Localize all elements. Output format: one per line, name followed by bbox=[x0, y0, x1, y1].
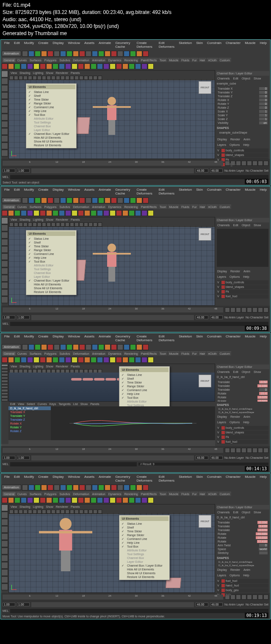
cb-tab-show[interactable]: Show bbox=[252, 223, 263, 227]
play-button[interactable] bbox=[241, 448, 246, 453]
status-icon[interactable] bbox=[130, 344, 136, 350]
shelf-tab-animation[interactable]: Animation bbox=[91, 492, 107, 496]
vp-menu-show[interactable]: Show bbox=[46, 71, 53, 74]
attr-translate[interactable]: Translate0 bbox=[217, 388, 268, 392]
tool-icon[interactable] bbox=[1, 260, 8, 267]
status-icon[interactable] bbox=[22, 197, 28, 203]
shelf-icon[interactable] bbox=[78, 210, 84, 216]
shelf-tab-rendering[interactable]: Rendering bbox=[123, 58, 139, 62]
shelf-tab-general[interactable]: General bbox=[3, 351, 16, 356]
ui-elements-menu[interactable]: UI ElementsStatus LineShelfTime SliderRa… bbox=[26, 83, 77, 148]
ui-element-channel-box[interactable]: Channel Box bbox=[120, 556, 169, 560]
shelf-icon[interactable] bbox=[141, 497, 147, 503]
menu-constrain[interactable]: Constrain bbox=[205, 187, 223, 196]
character-model[interactable] bbox=[99, 244, 124, 286]
menu-character[interactable]: Character bbox=[224, 187, 242, 196]
viewport[interactable]: ViewShadingLightingShowRendererPanels FR… bbox=[8, 364, 215, 402]
status-icon[interactable] bbox=[105, 344, 111, 350]
shelf-icon[interactable] bbox=[59, 210, 65, 216]
play-button[interactable] bbox=[252, 595, 257, 600]
range-end2[interactable] bbox=[210, 169, 223, 173]
menu-modify[interactable]: Modify bbox=[22, 334, 36, 343]
vp-menu-shading[interactable]: Shading bbox=[19, 71, 30, 74]
shelf-icon[interactable] bbox=[148, 497, 154, 503]
ui-element-tool-settings[interactable]: Tool Settings bbox=[27, 121, 75, 124]
layer-blend_shapes[interactable]: Vblend_shapes bbox=[217, 430, 268, 435]
tool-icon[interactable] bbox=[1, 289, 8, 296]
range-slider[interactable]: No Anim Layer No Character Set bbox=[1, 167, 270, 174]
shelf-tab-ncloth[interactable]: nCloth bbox=[207, 492, 218, 496]
menu-modify[interactable]: Modify bbox=[22, 41, 36, 49]
menu-file[interactable]: File bbox=[3, 474, 11, 483]
shelf-icon[interactable] bbox=[53, 210, 58, 216]
shelf-icon[interactable] bbox=[40, 497, 46, 503]
shelf-icon[interactable] bbox=[129, 497, 135, 503]
layer-menu-help[interactable]: Help bbox=[242, 420, 250, 424]
vp-menu-panels[interactable]: Panels bbox=[71, 71, 80, 74]
shelf-icon[interactable] bbox=[97, 63, 103, 69]
attr-translate[interactable]: Translate-0.354 bbox=[217, 521, 268, 524]
shelf-icon[interactable] bbox=[103, 63, 109, 69]
shelf-tab-polygons[interactable]: Polygons bbox=[43, 205, 58, 209]
attr-rotate-y[interactable]: Rotate Y0 bbox=[217, 102, 268, 106]
ui-element-command-line[interactable]: Command Line bbox=[120, 537, 169, 541]
shelf-tab-surfaces[interactable]: Surfaces bbox=[28, 492, 43, 496]
menu-assets[interactable]: Assets bbox=[83, 474, 96, 483]
status-icon[interactable] bbox=[47, 485, 53, 491]
shelf-tab-muscle[interactable]: Muscle bbox=[168, 58, 180, 62]
layer-body_controls[interactable]: Vbody_controls bbox=[217, 426, 268, 430]
shelf-icon[interactable] bbox=[91, 210, 97, 216]
tool-icon[interactable] bbox=[1, 78, 8, 85]
layer-menu-layers[interactable]: Layers bbox=[216, 573, 227, 577]
tool-icon[interactable] bbox=[1, 239, 8, 246]
vp-menu-panels[interactable]: Panels bbox=[71, 218, 80, 221]
status-icon[interactable] bbox=[92, 485, 98, 491]
status-icon[interactable] bbox=[111, 344, 117, 350]
tool-icon[interactable] bbox=[1, 383, 8, 386]
shelf-tab-subdivs[interactable]: Subdivs bbox=[58, 58, 72, 62]
status-icon[interactable] bbox=[47, 344, 53, 350]
status-icon[interactable] bbox=[98, 197, 104, 203]
attr-space[interactable]: Spaceworld bbox=[217, 547, 268, 551]
status-icon[interactable] bbox=[143, 485, 149, 491]
vp-menu-panels[interactable]: Panels bbox=[71, 365, 80, 368]
menu-help[interactable]: Help bbox=[258, 474, 268, 483]
tool-icon[interactable] bbox=[1, 367, 8, 370]
layer-hand_hud[interactable]: Vhand_hud bbox=[217, 584, 268, 588]
play-button[interactable] bbox=[236, 307, 241, 312]
attr-translate[interactable]: Translate3.439 bbox=[217, 524, 268, 528]
menu-skeleton[interactable]: Skeleton bbox=[177, 41, 194, 49]
ui-element-range-slider[interactable]: Range Slider bbox=[27, 248, 75, 252]
play-button[interactable] bbox=[252, 448, 257, 453]
menu-create[interactable]: Create bbox=[36, 187, 50, 196]
status-icon[interactable] bbox=[79, 197, 85, 203]
menu-geometry-cache[interactable]: Geometry Cache bbox=[113, 334, 134, 343]
play-button[interactable] bbox=[236, 595, 241, 600]
status-icon[interactable] bbox=[47, 197, 53, 203]
tool-icon[interactable] bbox=[1, 364, 8, 367]
tool-icon[interactable] bbox=[1, 92, 8, 99]
status-icon[interactable] bbox=[111, 197, 117, 203]
attr-scale-z[interactable]: Scale Z1 bbox=[217, 117, 268, 121]
tool-icon[interactable] bbox=[1, 519, 8, 526]
shelf-icon[interactable] bbox=[14, 210, 20, 216]
ui-element-help-line[interactable]: Help Line bbox=[27, 109, 75, 113]
shelf-tab-dynamics[interactable]: Dynamics bbox=[107, 58, 123, 62]
tool-icon[interactable] bbox=[1, 135, 8, 142]
status-icon[interactable] bbox=[47, 51, 53, 57]
shelf-icon[interactable] bbox=[110, 63, 116, 69]
shelf-icon[interactable] bbox=[129, 63, 135, 69]
layer-menu-help[interactable]: Help bbox=[242, 143, 250, 147]
shelf-tab-painteffects[interactable]: PaintEffects bbox=[140, 205, 158, 209]
shelf-icon[interactable] bbox=[97, 210, 103, 216]
menu-constrain[interactable]: Constrain bbox=[205, 474, 223, 483]
vp-menu-lighting[interactable]: Lighting bbox=[33, 365, 44, 368]
attr-rotate[interactable]: Rotate77.416 bbox=[217, 540, 268, 543]
viewport[interactable]: ViewShadingLightingShowRendererPanels FR… bbox=[8, 70, 215, 159]
ui-element-channel-box[interactable]: Channel Box bbox=[27, 124, 75, 128]
play-button[interactable] bbox=[236, 448, 241, 453]
shelf-tab-curves[interactable]: Curves bbox=[16, 492, 28, 496]
shelf-icon[interactable] bbox=[122, 357, 128, 363]
menu-skeleton[interactable]: Skeleton bbox=[177, 474, 194, 483]
ui-element-tool-box[interactable]: Tool Box bbox=[120, 396, 169, 400]
